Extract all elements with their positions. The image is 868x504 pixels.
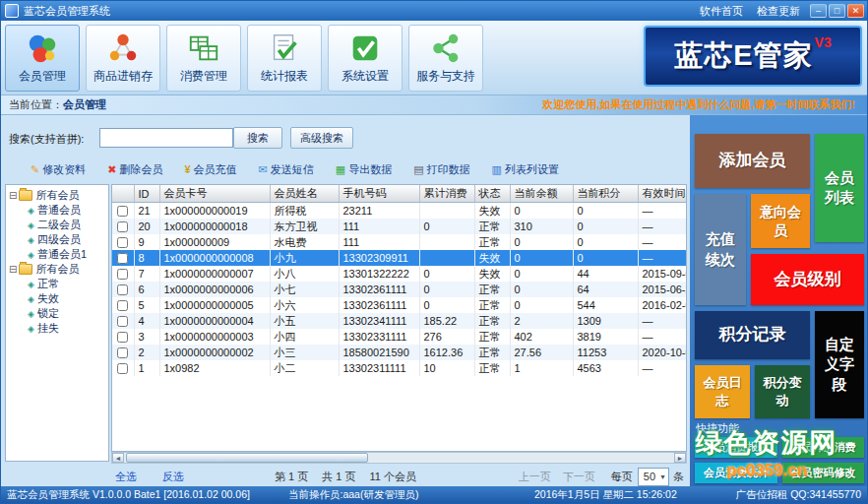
software-home-link[interactable]: 软件首页: [700, 4, 743, 19]
next-page-button[interactable]: 下一页: [563, 470, 595, 484]
search-button[interactable]: 搜索: [233, 127, 282, 149]
table-row[interactable]: 11x0982小二1330231111110正常14563—: [112, 360, 687, 376]
toolbar-consumption[interactable]: 消费管理: [166, 25, 241, 92]
delete-member-link[interactable]: ✖删除会员: [107, 160, 162, 178]
row-checkbox[interactable]: [117, 300, 128, 311]
header-phone[interactable]: 手机号码: [339, 185, 419, 203]
tree-item[interactable]: ◈挂失: [6, 321, 108, 336]
toolbar-member-management[interactable]: 会员管理: [5, 25, 80, 92]
horizontal-scrollbar[interactable]: ◄ ►: [111, 452, 687, 464]
cell-balance: 1: [510, 360, 573, 376]
select-all-link[interactable]: 全选: [115, 470, 137, 484]
scrollbar-track[interactable]: [124, 453, 674, 463]
header-name[interactable]: 会员姓名: [270, 185, 339, 203]
tile-member-list[interactable]: 会员列表: [815, 134, 864, 242]
recharge-member-link[interactable]: ¥会员充值: [184, 160, 236, 178]
tile-custom-field[interactable]: 自定义字段: [815, 311, 864, 418]
column-settings-link[interactable]: ▥列表列设置: [492, 160, 559, 178]
header-consume[interactable]: 累计消费: [419, 185, 474, 203]
tree-folder[interactable]: ⊟所有会员: [6, 262, 108, 277]
toolbar-reports[interactable]: 统计报表: [247, 25, 322, 92]
table-row[interactable]: 81x0000000000008小九13302309911失效00—: [112, 250, 687, 266]
check-update-link[interactable]: 检查更新: [757, 4, 800, 19]
send-sms-link[interactable]: ✉发送短信: [259, 160, 314, 178]
row-checkbox[interactable]: [117, 332, 128, 343]
search-input[interactable]: [99, 128, 233, 148]
tile-consume-stats[interactable]: 会员消费统计: [695, 463, 777, 483]
header-points[interactable]: 当前积分: [573, 185, 638, 203]
print-data-link[interactable]: ▤打印数据: [413, 160, 469, 178]
scroll-left-icon[interactable]: ◄: [112, 453, 124, 463]
row-checkbox[interactable]: [117, 316, 128, 327]
tree-item[interactable]: ◈锁定: [6, 306, 108, 321]
tree-item[interactable]: ◈普通会员: [6, 203, 108, 218]
maximize-button[interactable]: □: [829, 4, 845, 18]
tree-item[interactable]: ◈正常: [6, 277, 108, 291]
edit-member-link[interactable]: ✎修改资料: [31, 160, 86, 178]
collapse-icon[interactable]: ⊟: [9, 190, 17, 201]
header-valid[interactable]: 有效时间: [638, 185, 687, 203]
cell-valid: 2016-02-04: [638, 297, 687, 313]
prev-page-button[interactable]: 上一页: [519, 470, 551, 484]
toolbar-support[interactable]: 服务与支持: [408, 25, 483, 92]
advanced-search-button[interactable]: 高级搜索: [290, 127, 353, 149]
table-row[interactable]: 61x0000000000006小七133023611110正常0642015-…: [112, 282, 687, 297]
cell-name: 小九: [270, 250, 339, 266]
table-row[interactable]: 21x0000000000002小三185800215901612.36正常27…: [112, 345, 687, 360]
table-row[interactable]: 91x000000009水电费111正常00—: [112, 234, 687, 250]
tile-points-record[interactable]: 积分记录: [695, 311, 810, 359]
header-id[interactable]: ID: [134, 185, 159, 203]
row-checkbox[interactable]: [117, 347, 128, 358]
app-icon: [5, 4, 19, 18]
toolbar-settings[interactable]: 系统设置: [328, 25, 403, 92]
chevron-down-icon: ▼: [659, 473, 666, 480]
minimize-button[interactable]: –: [810, 4, 827, 18]
invert-select-link[interactable]: 反选: [162, 470, 184, 484]
table-row[interactable]: 211x000000000019所得税23211失效00—: [112, 203, 687, 220]
row-checkbox[interactable]: [117, 284, 128, 295]
table-row[interactable]: 31x0000000000003小四13302331111276正常402381…: [112, 329, 687, 345]
table-row[interactable]: 51x0000000000005小六133023611110正常05442016…: [112, 297, 687, 313]
row-checkbox[interactable]: [117, 221, 128, 232]
header-card[interactable]: 会员卡号: [159, 185, 270, 203]
toolbar-inventory[interactable]: 商品进销存: [86, 25, 160, 92]
table-row[interactable]: 41x0000000000004小五13302341111185.22正常213…: [112, 313, 687, 329]
export-data-link[interactable]: ▦导出数据: [336, 160, 392, 178]
header-status[interactable]: 状态: [474, 185, 510, 203]
table-row[interactable]: 71x0000000000007小八133013222220失效0442015-…: [112, 266, 687, 282]
tree-item-label: 失效: [37, 291, 59, 306]
tile-intent-member[interactable]: 意向会员: [751, 194, 810, 248]
tree-item[interactable]: ◈失效: [6, 291, 108, 306]
cell-name: 东方卫视: [270, 219, 339, 234]
scrollbar-thumb[interactable]: [126, 453, 368, 463]
row-checkbox-cell: [112, 250, 134, 266]
tree-item[interactable]: ◈普通会员1: [6, 247, 108, 262]
tree-folder[interactable]: ⊟所有会员: [6, 188, 108, 203]
tile-points-change[interactable]: 积分变动: [755, 365, 810, 418]
row-checkbox[interactable]: [117, 206, 128, 217]
close-button[interactable]: ✕: [847, 4, 864, 18]
row-checkbox[interactable]: [117, 363, 128, 374]
row-checkbox[interactable]: [117, 269, 128, 280]
cell-name: 小七: [270, 282, 339, 297]
cell-name: 水电费: [270, 234, 339, 250]
per-page-select[interactable]: 50 ▼: [638, 468, 669, 486]
row-checkbox[interactable]: [117, 237, 128, 248]
tile-consume-report[interactable]: 会员消费报表: [695, 437, 777, 458]
tile-password-change[interactable]: 会员密码修改: [782, 463, 864, 483]
collapse-icon[interactable]: ⊟: [9, 264, 17, 275]
tree-item[interactable]: ◈四级会员: [6, 232, 108, 247]
member-tree: ⊟所有会员◈普通会员◈二级会员◈四级会员◈普通会员1⊟所有会员◈正常◈失效◈锁定…: [5, 184, 109, 462]
header-balance[interactable]: 当前余额: [510, 185, 573, 203]
cell-balance: 27.56: [510, 345, 573, 360]
table-row[interactable]: 201x000000000018东方卫视1110正常3100—: [112, 219, 687, 234]
row-checkbox[interactable]: [117, 253, 128, 264]
tile-add-member[interactable]: 添加会员: [695, 134, 810, 188]
tile-count-consume[interactable]: 会员计次消费: [782, 437, 864, 458]
tree-item[interactable]: ◈二级会员: [6, 218, 108, 232]
scroll-right-icon[interactable]: ►: [674, 453, 686, 463]
reports-icon: [268, 32, 301, 65]
tile-recharge-renew[interactable]: 充值续次: [695, 194, 746, 305]
tile-member-log[interactable]: 会员日志: [695, 365, 750, 418]
tile-member-level[interactable]: 会员级别: [751, 254, 864, 305]
